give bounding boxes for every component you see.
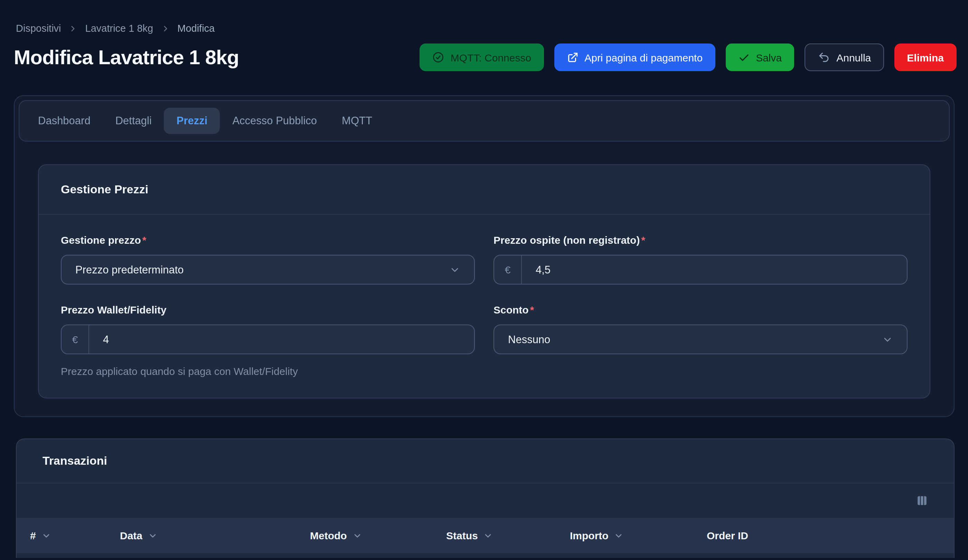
tab-bar: Dashboard Dettagli Prezzi Accesso Pubbli… [19,100,950,142]
save-label: Salva [756,51,782,63]
cancel-label: Annulla [836,51,871,63]
sort-chevron-icon [41,531,51,540]
currency-euro-addon: € [494,256,522,284]
tab-mqtt[interactable]: MQTT [329,108,385,134]
column-header-data[interactable]: Data [120,530,310,541]
check-icon [738,51,749,63]
chevron-right-icon [161,24,170,33]
sort-chevron-icon [353,531,362,540]
main-panel: Dashboard Dettagli Prezzi Accesso Pubbli… [14,95,955,417]
column-header-order-id: Order ID [707,530,954,541]
page-title: Modifica Lavatrice 1 8kg [14,43,239,71]
breadcrumb-item-device[interactable]: Lavatrice 1 8kg [85,23,153,34]
column-header-number[interactable]: # [30,530,120,541]
undo-icon [818,51,830,64]
check-circle-icon [432,51,444,64]
price-mode-label: Gestione prezzo* [61,234,475,246]
pricing-card-body: Gestione prezzo* Prezzo predeterminato P… [39,215,930,398]
breadcrumb-item-dispositivi[interactable]: Dispositivi [16,23,61,34]
tab-accesso-pubblico[interactable]: Accesso Pubblico [220,108,329,134]
required-asterisk: * [143,234,146,246]
tab-dashboard[interactable]: Dashboard [26,108,103,134]
delete-button[interactable]: Elimina [894,43,956,71]
external-link-icon [567,51,578,63]
sort-chevron-icon [484,531,493,540]
tab-dettagli[interactable]: Dettagli [103,108,164,134]
open-payment-page-label: Apri pagina di pagamento [584,51,703,63]
mqtt-status-badge[interactable]: MQTT: Connesso [419,43,544,71]
transactions-card: Transazioni # Data Metodo Status [15,438,955,558]
currency-euro-addon: € [61,325,89,354]
breadcrumb-item-modifica: Modifica [177,23,215,34]
wallet-price-input[interactable]: 4 [89,325,474,354]
open-payment-page-button[interactable]: Apri pagina di pagamento [554,43,715,71]
wallet-price-help-text: Prezzo applicato quando si paga con Wall… [61,365,475,377]
discount-select[interactable]: Nessuno [494,325,908,354]
chevron-down-icon [449,264,460,275]
field-wallet-price: Prezzo Wallet/Fidelity € 4 Prezzo applic… [61,304,475,377]
field-price-mode: Gestione prezzo* Prezzo predeterminato [61,234,475,284]
page-header: Modifica Lavatrice 1 8kg MQTT: Connesso … [0,43,968,71]
chevron-right-icon [69,24,78,33]
cancel-button[interactable]: Annulla [804,43,884,71]
transactions-table-header: # Data Metodo Status Importo Order ID [16,518,954,553]
required-asterisk: * [530,304,534,316]
field-discount: Sconto* Nessuno [494,304,908,377]
chevron-down-icon [882,334,893,345]
column-settings-button[interactable] [913,492,931,510]
wallet-price-label: Prezzo Wallet/Fidelity [61,304,475,316]
page: Dispositivi Lavatrice 1 8kg Modifica Mod… [0,0,968,560]
column-header-metodo[interactable]: Metodo [310,530,446,541]
required-asterisk: * [641,234,645,246]
sort-chevron-icon [148,531,157,540]
transactions-table-body [16,553,954,558]
delete-label: Elimina [907,51,944,63]
price-mode-value: Prezzo predeterminato [75,263,184,276]
header-actions: MQTT: Connesso Apri pagina di pagamento … [419,43,956,71]
guest-price-label: Prezzo ospite (non registrato)* [494,234,908,246]
pricing-card-title: Gestione Prezzi [39,165,930,215]
breadcrumb: Dispositivi Lavatrice 1 8kg Modifica [0,0,968,34]
discount-label: Sconto* [494,304,908,316]
save-button[interactable]: Salva [725,43,794,71]
column-header-status[interactable]: Status [446,530,570,541]
guest-price-input[interactable]: 4,5 [522,256,907,284]
price-mode-select[interactable]: Prezzo predeterminato [61,255,475,284]
transactions-title: Transazioni [16,439,954,483]
column-header-importo[interactable]: Importo [570,530,707,541]
guest-price-input-group: € 4,5 [494,255,908,284]
discount-value: Nessuno [508,333,550,345]
tab-prezzi[interactable]: Prezzi [164,108,220,134]
pricing-card: Gestione Prezzi Gestione prezzo* Prezzo … [38,164,930,398]
mqtt-status-label: MQTT: Connesso [451,51,531,63]
transactions-toolbar [16,483,954,518]
sort-chevron-icon [614,531,624,540]
field-guest-price: Prezzo ospite (non registrato)* € 4,5 [494,234,908,284]
wallet-price-input-group: € 4 [61,325,475,354]
columns-icon [916,494,928,507]
